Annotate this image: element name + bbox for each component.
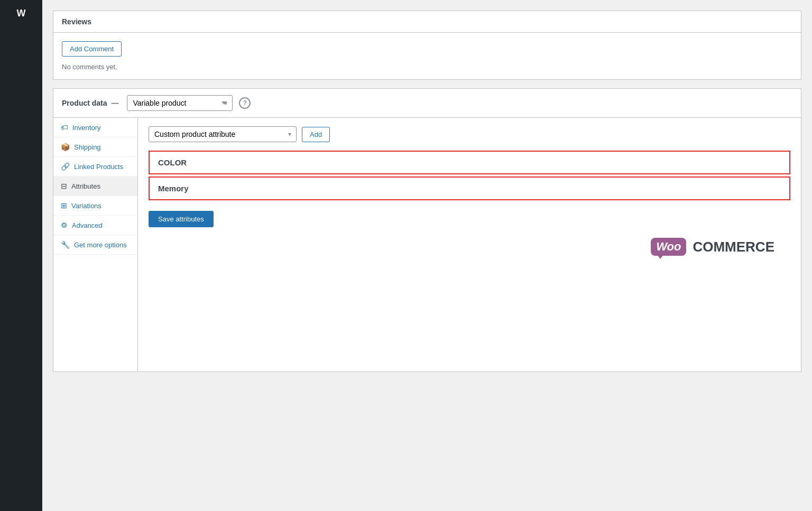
woo-text: Woo <box>656 240 681 253</box>
product-type-select[interactable]: Simple product Grouped product External/… <box>127 95 233 111</box>
attribute-memory-name: Memory <box>158 184 189 193</box>
product-data-panel: Product data — Simple product Grouped pr… <box>53 88 801 372</box>
add-comment-button[interactable]: Add Comment <box>62 41 122 57</box>
tab-advanced-label: Advanced <box>72 221 103 229</box>
sidebar: W <box>0 0 42 511</box>
help-icon[interactable]: ? <box>239 97 251 109</box>
tab-linked-products[interactable]: 🔗 Linked Products <box>53 157 137 176</box>
woocommerce-logo: Woo COMMERCE <box>651 238 774 256</box>
tab-shipping[interactable]: 📦 Shipping <box>53 137 137 157</box>
attribute-select-wrapper[interactable]: Custom product attribute Color Size Memo… <box>149 126 297 142</box>
inventory-icon: 🏷 <box>61 123 68 132</box>
woocommerce-logo-area: Woo COMMERCE <box>149 227 790 266</box>
attributes-icon: ⊟ <box>61 182 67 190</box>
product-type-select-wrapper[interactable]: Simple product Grouped product External/… <box>127 95 233 111</box>
page-wrapper: W Reviews Add Comment No comments yet. P… <box>0 0 812 511</box>
tab-inventory[interactable]: 🏷 Inventory <box>53 118 137 137</box>
tab-shipping-label: Shipping <box>74 143 101 151</box>
get-more-icon: 🔧 <box>61 240 70 249</box>
commerce-text: COMMERCE <box>693 239 774 255</box>
tab-inventory-label: Inventory <box>72 124 100 132</box>
woo-bubble: Woo <box>651 238 686 256</box>
linked-products-icon: 🔗 <box>61 162 70 171</box>
tab-get-more-options[interactable]: 🔧 Get more options <box>53 235 137 255</box>
reviews-panel-header: Reviews <box>53 11 801 33</box>
tab-linked-products-label: Linked Products <box>74 163 123 171</box>
no-comments-text: No comments yet. <box>62 63 792 71</box>
reviews-title: Reviews <box>62 17 91 26</box>
product-data-header: Product data — Simple product Grouped pr… <box>53 89 801 118</box>
tab-variations[interactable]: ⊞ Variations <box>53 196 137 216</box>
attributes-content: Custom product attribute Color Size Memo… <box>138 118 801 371</box>
tab-attributes-label: Attributes <box>71 182 100 190</box>
attribute-type-select[interactable]: Custom product attribute Color Size Memo… <box>149 126 297 142</box>
attribute-add-row: Custom product attribute Color Size Memo… <box>149 126 790 142</box>
save-attributes-button[interactable]: Save attributes <box>149 211 214 227</box>
attribute-item-color: COLOR <box>149 151 790 174</box>
reviews-panel-body: Add Comment No comments yet. <box>53 33 801 79</box>
add-attribute-button[interactable]: Add <box>302 127 330 142</box>
tab-variations-label: Variations <box>71 202 102 210</box>
product-data-body: 🏷 Inventory 📦 Shipping 🔗 Linked Products… <box>53 118 801 371</box>
tab-advanced[interactable]: ⚙ Advanced <box>53 216 137 235</box>
product-data-label: Product data — <box>62 99 121 107</box>
advanced-icon: ⚙ <box>61 221 68 229</box>
tab-get-more-label: Get more options <box>74 241 127 249</box>
reviews-panel: Reviews Add Comment No comments yet. <box>53 11 801 80</box>
attribute-color-name: COLOR <box>158 158 187 167</box>
tab-attributes[interactable]: ⊟ Attributes <box>53 176 137 196</box>
variations-icon: ⊞ <box>61 201 67 210</box>
content-area: Reviews Add Comment No comments yet. Pro… <box>42 0 812 511</box>
product-tabs: 🏷 Inventory 📦 Shipping 🔗 Linked Products… <box>53 118 138 371</box>
attribute-item-memory: Memory <box>149 176 790 200</box>
shipping-icon: 📦 <box>61 143 70 151</box>
sidebar-logo: W <box>17 8 26 19</box>
